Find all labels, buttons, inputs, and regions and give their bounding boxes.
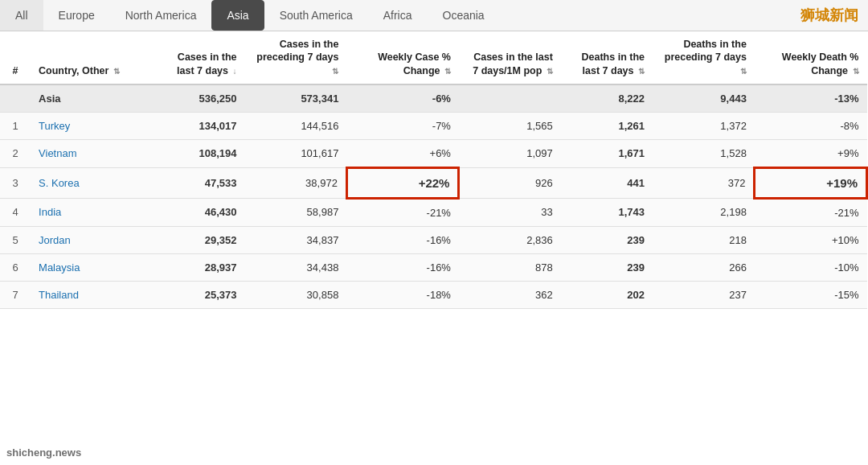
country-link[interactable]: Turkey (39, 120, 70, 132)
cell-weekly-case-pct: -16% (346, 253, 459, 281)
country-link[interactable]: Vietnam (39, 147, 76, 159)
table-row: 5Jordan29,35234,837-16%2,836239218+10% (0, 226, 867, 253)
cell-cases-per-1m: 1,565 (459, 112, 561, 139)
cell-country[interactable]: Thailand (31, 281, 153, 308)
sort-icon-country: ⇅ (113, 66, 120, 76)
cell-cases-per-1m: 2,836 (459, 226, 561, 253)
tab-asia[interactable]: Asia (211, 0, 264, 31)
cell-cases-per-1m: 878 (459, 253, 561, 281)
country-link[interactable]: India (39, 206, 61, 218)
cell-deaths-last7: 1,671 (561, 139, 653, 167)
cell-cases-prev7: 101,617 (245, 139, 347, 167)
summary-deaths-last7: 8,222 (561, 84, 653, 113)
table-header-row: # Country, Other ⇅ Cases in the last 7 d… (0, 31, 867, 84)
cell-weekly-death-pct: -10% (755, 253, 867, 281)
cell-cases-prev7: 144,516 (245, 112, 347, 139)
summary-cases-per-1m (459, 84, 561, 113)
cell-rank: 6 (0, 253, 31, 281)
cell-deaths-last7: 1,743 (561, 198, 653, 226)
col-header-weekly-death-pct[interactable]: Weekly Death % Change ⇅ (755, 31, 867, 84)
table-row: 7Thailand25,37330,858-18%362202237-15% (0, 281, 867, 308)
cell-rank: 3 (0, 167, 31, 198)
cell-cases-prev7: 30,858 (245, 281, 347, 308)
cell-cases-prev7: 38,972 (245, 167, 347, 198)
cell-cases-prev7: 58,987 (245, 198, 347, 226)
tab-north-america[interactable]: North America (110, 0, 212, 31)
tab-africa[interactable]: Africa (368, 0, 428, 31)
cell-weekly-death-pct: +10% (755, 226, 867, 253)
cell-cases-last7: 28,937 (153, 253, 244, 281)
cell-deaths-prev7: 1,528 (653, 139, 755, 167)
cell-cases-prev7: 34,837 (245, 226, 347, 253)
cell-weekly-death-pct: +19% (755, 167, 867, 198)
cell-cases-last7: 25,373 (153, 281, 244, 308)
cell-rank: 4 (0, 198, 31, 226)
cell-country[interactable]: S. Korea (31, 167, 153, 198)
cell-weekly-death-pct: -8% (755, 112, 867, 139)
cell-weekly-death-pct: -21% (755, 198, 867, 226)
country-link[interactable]: Thailand (39, 289, 79, 301)
cell-rank: 7 (0, 281, 31, 308)
col-header-cases-last7[interactable]: Cases in the last 7 days ↓ (153, 31, 244, 84)
col-header-deaths-last7[interactable]: Deaths in the last 7 days ⇅ (561, 31, 653, 84)
summary-cases-last7: 536,250 (153, 84, 244, 113)
cell-country[interactable]: Jordan (31, 226, 153, 253)
cell-weekly-death-pct: -15% (755, 281, 867, 308)
covid-table: # Country, Other ⇅ Cases in the last 7 d… (0, 31, 868, 309)
cell-weekly-case-pct: +6% (346, 139, 459, 167)
summary-row: Asia 536,250 573,341 -6% 8,222 9,443 -13… (0, 84, 867, 113)
cell-country[interactable]: India (31, 198, 153, 226)
summary-weekly-case-pct: -6% (346, 84, 459, 113)
cell-cases-last7: 108,194 (153, 139, 244, 167)
cell-cases-last7: 29,352 (153, 226, 244, 253)
cell-cases-prev7: 34,438 (245, 253, 347, 281)
brand-logo: 狮城新闻 (791, 1, 868, 30)
cell-rank: 2 (0, 139, 31, 167)
cell-deaths-prev7: 237 (653, 281, 755, 308)
col-header-weekly-case-pct[interactable]: Weekly Case % Change ⇅ (346, 31, 459, 84)
sort-icon-cases-prev7: ⇅ (332, 66, 338, 76)
sort-icon-cases-last7: ↓ (233, 66, 237, 76)
sort-icon-cases-per-1m: ⇅ (547, 66, 553, 76)
country-link[interactable]: Jordan (39, 234, 71, 246)
col-header-deaths-prev7[interactable]: Deaths in the preceding 7 days ⇅ (653, 31, 755, 84)
cell-country[interactable]: Malaysia (31, 253, 153, 281)
cell-cases-per-1m: 33 (459, 198, 561, 226)
col-header-cases-per-1m[interactable]: Cases in the last 7 days/1M pop ⇅ (459, 31, 561, 84)
cell-weekly-case-pct: -16% (346, 226, 459, 253)
summary-rank (0, 84, 31, 113)
table-row: 2Vietnam108,194101,617+6%1,0971,6711,528… (0, 139, 867, 167)
cell-deaths-last7: 239 (561, 253, 653, 281)
cell-country[interactable]: Vietnam (31, 139, 153, 167)
cell-cases-last7: 134,017 (153, 112, 244, 139)
tab-south-america[interactable]: South America (264, 0, 368, 31)
cell-deaths-last7: 441 (561, 167, 653, 198)
tab-all[interactable]: All (0, 0, 43, 31)
data-table-wrapper: # Country, Other ⇅ Cases in the last 7 d… (0, 31, 868, 309)
cell-weekly-case-pct: -18% (346, 281, 459, 308)
tab-oceania[interactable]: Oceania (428, 0, 500, 31)
table-row: 6Malaysia28,93734,438-16%878239266-10% (0, 253, 867, 281)
cell-deaths-prev7: 2,198 (653, 198, 755, 226)
cell-deaths-last7: 239 (561, 226, 653, 253)
cell-weekly-death-pct: +9% (755, 139, 867, 167)
country-link[interactable]: S. Korea (39, 177, 80, 189)
cell-rank: 5 (0, 226, 31, 253)
col-header-cases-prev7[interactable]: Cases in the preceding 7 days ⇅ (245, 31, 347, 84)
cell-cases-per-1m: 362 (459, 281, 561, 308)
cell-deaths-prev7: 1,372 (653, 112, 755, 139)
table-row: 3S. Korea47,53338,972+22%926441372+19% (0, 167, 867, 198)
country-link[interactable]: Malaysia (39, 261, 80, 274)
cell-weekly-case-pct: -7% (346, 112, 459, 139)
cell-cases-per-1m: 1,097 (459, 139, 561, 167)
cell-country[interactable]: Turkey (31, 112, 153, 139)
tab-europe[interactable]: Europe (43, 0, 110, 31)
summary-deaths-prev7: 9,443 (653, 84, 755, 113)
col-header-country[interactable]: Country, Other ⇅ (31, 31, 153, 84)
cell-cases-last7: 46,430 (153, 198, 244, 226)
cell-deaths-prev7: 218 (653, 226, 755, 253)
table-row: 1Turkey134,017144,516-7%1,5651,2611,372-… (0, 112, 867, 139)
col-header-rank: # (0, 31, 31, 84)
summary-weekly-death-pct: -13% (755, 84, 867, 113)
tab-bar: All Europe North America Asia South Amer… (0, 0, 868, 31)
